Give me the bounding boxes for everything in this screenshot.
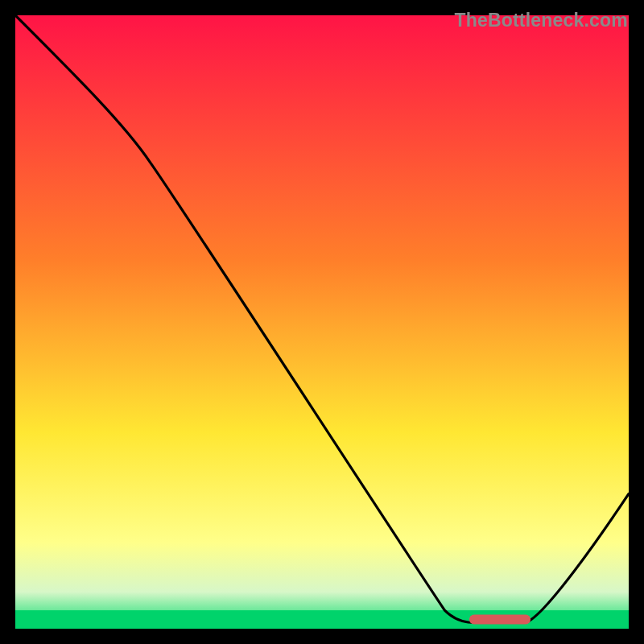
bottleneck-chart (15, 15, 629, 629)
chart-frame: TheBottleneck.com (11, 11, 633, 633)
gradient-background (15, 15, 629, 629)
baseline-band (15, 610, 629, 629)
watermark-text: TheBottleneck.com (454, 10, 628, 31)
optimum-marker (469, 615, 530, 625)
